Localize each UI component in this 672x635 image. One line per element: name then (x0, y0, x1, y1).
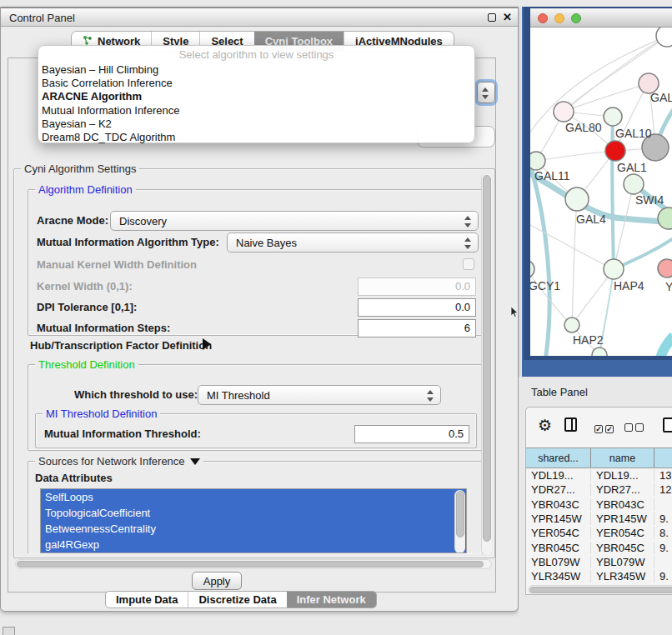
list-item[interactable]: TopologicalCoefficient (41, 505, 466, 521)
column-header[interactable]: name (591, 448, 654, 468)
cell[interactable]: YDL19... (526, 469, 591, 482)
node[interactable] (656, 28, 672, 47)
node-gal10[interactable] (604, 108, 622, 126)
cell[interactable]: YPR145W (591, 512, 654, 525)
list-item[interactable]: gal4RGexp (41, 537, 466, 552)
settings-hscrollbar[interactable] (15, 559, 492, 569)
table-panel: Table Panel ⚙ ✓✓ shared... name YDL19...… (519, 377, 672, 635)
table-hscrollbar[interactable] (528, 585, 672, 595)
settings-scrollbar[interactable] (481, 173, 492, 555)
cell[interactable]: YBL079W (591, 556, 654, 568)
list-item[interactable]: SelfLoops (41, 489, 466, 505)
deselect-all-icon[interactable] (624, 420, 646, 435)
cell[interactable]: 9. (654, 542, 672, 554)
algorithm-combobox-stepper[interactable] (477, 82, 495, 103)
cell[interactable]: YLR345W (526, 570, 591, 582)
node-swi4[interactable] (624, 174, 644, 194)
tab-infer-network[interactable]: Infer Network (287, 592, 376, 608)
cell[interactable]: YER054C (591, 527, 654, 539)
cell[interactable]: YBR045C (591, 542, 654, 554)
node-gal11[interactable] (530, 152, 545, 170)
table-row[interactable]: YLR345W YLR345W 9. (526, 569, 672, 583)
select-all-icon[interactable]: ✓✓ (594, 420, 616, 435)
table-row[interactable]: YBR045C YBR045C 9. (526, 540, 672, 554)
control-panel-titlebar[interactable]: Control Panel ✕ (1, 8, 518, 27)
network-canvas[interactable]: GAL GAL80 GAL10 GAL1 GAL11 SWI4 GAL4 GCY… (530, 28, 672, 356)
mi-threshold-field[interactable]: 0.5 (354, 425, 469, 443)
cell[interactable]: YDR27... (526, 483, 591, 496)
cyni-algorithm-settings-group: Cyni Algorithm Settings Algorithm Defini… (13, 168, 495, 558)
close-icon[interactable]: ✕ (503, 11, 512, 23)
node-hap2[interactable] (564, 318, 579, 332)
cell[interactable]: 8. (654, 527, 672, 539)
cell[interactable]: YBL079W (526, 556, 591, 568)
menu-item[interactable]: Bayesian – Hill Climbing (38, 63, 474, 77)
combo-stepper-icon (464, 237, 472, 250)
table-body: YDL19... YDL19... 13 YDR27... YDR27... 1… (526, 468, 672, 585)
close-traffic-icon[interactable] (538, 13, 548, 23)
node-gcy1[interactable] (530, 260, 534, 278)
cell[interactable]: YPR145W (526, 512, 591, 525)
cell[interactable]: YDL19... (591, 469, 654, 482)
sources-group-title-wrap[interactable]: Sources for Network Inference (35, 455, 203, 468)
cell[interactable]: YDR27... (591, 483, 654, 496)
cell[interactable]: 9. (654, 570, 672, 582)
collapsed-arrow-icon[interactable] (203, 338, 211, 350)
tab-impute-data[interactable]: Impute Data (106, 592, 188, 608)
table-row[interactable]: YDL19... YDL19... 13 (526, 468, 672, 482)
threshold-definition-title: Threshold Definition (35, 358, 138, 371)
hub-definition-toggle-label[interactable]: Hub/Transcription Factor Definition (30, 339, 212, 352)
manual-kernel-checkbox[interactable] (463, 258, 474, 270)
cell[interactable]: 12 (654, 483, 672, 496)
gear-icon[interactable]: ⚙ (538, 418, 552, 433)
menu-item[interactable]: Basic Correlation Inference (38, 77, 474, 90)
mi-algorithm-type-combobox[interactable]: Naive Bayes (227, 232, 479, 252)
sources-group-title: Sources for Network Inference (38, 455, 185, 468)
new-table-icon[interactable] (663, 418, 672, 432)
cell[interactable]: YBR043C (526, 498, 591, 511)
menu-item[interactable]: Dream8 DC_TDC Algorithm (38, 131, 474, 144)
zoom-traffic-icon[interactable] (571, 13, 581, 23)
network-window-titlebar[interactable] (530, 8, 672, 28)
node-pink[interactable] (658, 259, 672, 278)
expanded-arrow-icon[interactable] (190, 458, 200, 465)
table-row[interactable]: YBL079W YBL079W (526, 555, 672, 569)
apply-button[interactable]: Apply (192, 572, 242, 590)
menu-item[interactable]: Bayesian – K2 (38, 118, 474, 131)
table-row[interactable]: YER054C YER054C 8. (526, 526, 672, 540)
table-row[interactable]: YBR043C YBR043C (526, 498, 672, 512)
aracne-mode-combobox[interactable]: Discovery (110, 211, 479, 231)
cell[interactable]: 13 (654, 469, 672, 482)
column-header[interactable] (654, 448, 672, 468)
menu-item[interactable]: Mutual Information Inference (38, 104, 474, 118)
cell[interactable]: YLR345W (591, 570, 654, 582)
mi-steps-field[interactable]: 6 (358, 319, 476, 338)
column-header[interactable]: shared... (526, 448, 591, 468)
cell[interactable]: YBR045C (526, 542, 591, 554)
table-row[interactable]: YDR27... YDR27... 12 (526, 482, 672, 497)
tab-discretize-data[interactable]: Discretize Data (188, 592, 286, 608)
dock-panel-icon[interactable] (3, 627, 15, 635)
node-green[interactable] (658, 208, 672, 229)
data-attributes-list[interactable]: SelfLoops TopologicalCoefficient Between… (40, 488, 467, 553)
which-threshold-combobox[interactable]: MI Threshold (198, 385, 441, 405)
menu-item-selected[interactable]: ARACNE Algorithm (38, 90, 474, 103)
cell[interactable]: 9. (654, 512, 672, 525)
table-panel-body: ⚙ ✓✓ shared... name YDL19... YDL19... 13… (525, 407, 672, 595)
node-gal80[interactable] (554, 102, 574, 122)
node-gal4[interactable] (565, 188, 589, 211)
table-row[interactable]: YPR145W YPR145W 9. (526, 512, 672, 526)
list-item[interactable]: BetweennessCentrality (41, 521, 466, 537)
dpi-tolerance-field[interactable]: 0.0 (358, 298, 476, 317)
node-bottom[interactable] (592, 348, 607, 356)
split-columns-icon[interactable] (564, 418, 577, 432)
control-panel-title: Control Panel (9, 12, 75, 24)
node-hap4[interactable] (604, 259, 624, 279)
cell[interactable]: YBR043C (591, 498, 654, 511)
attribute-list-scrollbar[interactable] (454, 490, 465, 553)
cell[interactable]: YER054C (526, 527, 591, 539)
node-gal1-selected[interactable] (605, 141, 625, 161)
float-window-icon[interactable] (488, 13, 496, 22)
cyni-algorithm-settings-title: Cyni Algorithm Settings (21, 162, 139, 175)
minimize-traffic-icon[interactable] (554, 13, 564, 23)
